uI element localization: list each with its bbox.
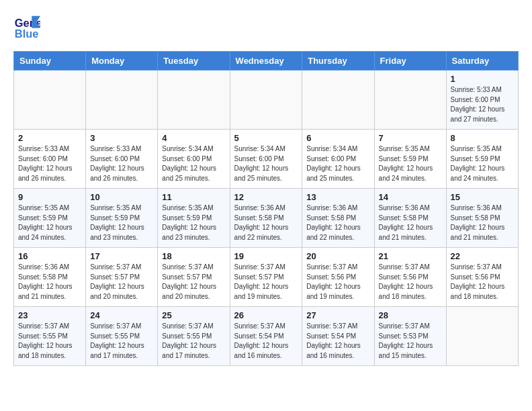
day-number: 14 [379,192,442,202]
day-info: Sunrise: 5:37 AM Sunset: 5:57 PM Dayligh… [90,263,153,302]
day-number: 15 [451,192,514,202]
day-cell: 13Sunrise: 5:36 AM Sunset: 5:58 PM Dayli… [302,189,374,248]
day-cell: 25Sunrise: 5:37 AM Sunset: 5:55 PM Dayli… [158,307,230,366]
day-info: Sunrise: 5:37 AM Sunset: 5:56 PM Dayligh… [451,263,514,302]
day-number: 25 [162,310,225,320]
day-info: Sunrise: 5:35 AM Sunset: 5:59 PM Dayligh… [90,203,153,242]
day-number: 10 [90,192,153,202]
day-info: Sunrise: 5:34 AM Sunset: 6:00 PM Dayligh… [306,144,369,183]
logo: General Blue [13,13,43,40]
day-cell: 26Sunrise: 5:37 AM Sunset: 5:54 PM Dayli… [230,307,302,366]
day-cell [446,307,518,366]
day-info: Sunrise: 5:34 AM Sunset: 6:00 PM Dayligh… [234,144,298,183]
day-cell: 19Sunrise: 5:37 AM Sunset: 5:57 PM Dayli… [230,248,302,307]
week-row-1: 1Sunrise: 5:33 AM Sunset: 6:00 PM Daylig… [14,71,519,130]
week-row-4: 16Sunrise: 5:36 AM Sunset: 5:58 PM Dayli… [14,248,519,307]
day-cell: 16Sunrise: 5:36 AM Sunset: 5:58 PM Dayli… [14,248,86,307]
day-header-saturday: Saturday [446,52,518,71]
day-info: Sunrise: 5:36 AM Sunset: 5:58 PM Dayligh… [306,203,369,242]
day-cell: 3Sunrise: 5:33 AM Sunset: 6:00 PM Daylig… [86,130,158,189]
calendar-body: 1Sunrise: 5:33 AM Sunset: 6:00 PM Daylig… [14,71,519,366]
day-number: 23 [18,310,81,320]
day-header-sunday: Sunday [14,52,86,71]
day-info: Sunrise: 5:36 AM Sunset: 5:58 PM Dayligh… [18,263,81,302]
day-cell: 21Sunrise: 5:37 AM Sunset: 5:56 PM Dayli… [374,248,446,307]
day-cell [230,71,302,130]
day-cell: 5Sunrise: 5:34 AM Sunset: 6:00 PM Daylig… [230,130,302,189]
day-number: 5 [234,133,298,143]
day-cell: 14Sunrise: 5:36 AM Sunset: 5:58 PM Dayli… [374,189,446,248]
day-cell: 27Sunrise: 5:37 AM Sunset: 5:54 PM Dayli… [302,307,374,366]
day-cell [14,71,86,130]
day-cell: 24Sunrise: 5:37 AM Sunset: 5:55 PM Dayli… [86,307,158,366]
day-info: Sunrise: 5:35 AM Sunset: 5:59 PM Dayligh… [379,144,442,183]
day-cell: 2Sunrise: 5:33 AM Sunset: 6:00 PM Daylig… [14,130,86,189]
day-cell: 23Sunrise: 5:37 AM Sunset: 5:55 PM Dayli… [14,307,86,366]
day-cell: 17Sunrise: 5:37 AM Sunset: 5:57 PM Dayli… [86,248,158,307]
day-info: Sunrise: 5:35 AM Sunset: 5:59 PM Dayligh… [18,203,81,242]
day-cell: 11Sunrise: 5:35 AM Sunset: 5:59 PM Dayli… [158,189,230,248]
calendar-table: SundayMondayTuesdayWednesdayThursdayFrid… [13,51,519,366]
day-info: Sunrise: 5:33 AM Sunset: 6:00 PM Dayligh… [18,144,81,183]
day-info: Sunrise: 5:37 AM Sunset: 5:54 PM Dayligh… [306,322,369,361]
day-number: 27 [306,310,369,320]
day-cell: 1Sunrise: 5:33 AM Sunset: 6:00 PM Daylig… [446,71,518,130]
day-number: 11 [162,192,225,202]
day-info: Sunrise: 5:37 AM Sunset: 5:56 PM Dayligh… [306,263,369,302]
day-cell: 18Sunrise: 5:37 AM Sunset: 5:57 PM Dayli… [158,248,230,307]
day-number: 1 [451,74,514,84]
day-info: Sunrise: 5:36 AM Sunset: 5:58 PM Dayligh… [234,203,298,242]
logo-icon: General Blue [13,13,40,40]
day-number: 26 [234,310,298,320]
day-cell: 15Sunrise: 5:36 AM Sunset: 5:58 PM Dayli… [446,189,518,248]
week-row-5: 23Sunrise: 5:37 AM Sunset: 5:55 PM Dayli… [14,307,519,366]
day-cell: 22Sunrise: 5:37 AM Sunset: 5:56 PM Dayli… [446,248,518,307]
day-number: 18 [162,251,225,261]
day-cell: 20Sunrise: 5:37 AM Sunset: 5:56 PM Dayli… [302,248,374,307]
day-header-wednesday: Wednesday [230,52,302,71]
day-number: 13 [306,192,369,202]
day-cell: 7Sunrise: 5:35 AM Sunset: 5:59 PM Daylig… [374,130,446,189]
day-cell: 28Sunrise: 5:37 AM Sunset: 5:53 PM Dayli… [374,307,446,366]
calendar-header-row: SundayMondayTuesdayWednesdayThursdayFrid… [14,52,519,71]
header: General Blue [13,13,519,40]
day-cell [158,71,230,130]
day-info: Sunrise: 5:35 AM Sunset: 5:59 PM Dayligh… [451,144,514,183]
day-cell: 10Sunrise: 5:35 AM Sunset: 5:59 PM Dayli… [86,189,158,248]
day-info: Sunrise: 5:36 AM Sunset: 5:58 PM Dayligh… [451,203,514,242]
week-row-2: 2Sunrise: 5:33 AM Sunset: 6:00 PM Daylig… [14,130,519,189]
day-number: 22 [451,251,514,261]
day-info: Sunrise: 5:33 AM Sunset: 6:00 PM Dayligh… [451,85,514,124]
day-number: 6 [306,133,369,143]
day-info: Sunrise: 5:36 AM Sunset: 5:58 PM Dayligh… [379,203,442,242]
day-header-friday: Friday [374,52,446,71]
day-number: 9 [18,192,81,202]
day-number: 4 [162,133,225,143]
day-info: Sunrise: 5:37 AM Sunset: 5:55 PM Dayligh… [162,322,225,361]
day-number: 2 [18,133,81,143]
day-cell: 9Sunrise: 5:35 AM Sunset: 5:59 PM Daylig… [14,189,86,248]
day-info: Sunrise: 5:35 AM Sunset: 5:59 PM Dayligh… [162,203,225,242]
day-number: 12 [234,192,298,202]
svg-text:Blue: Blue [15,28,38,40]
day-cell: 4Sunrise: 5:34 AM Sunset: 6:00 PM Daylig… [158,130,230,189]
day-number: 24 [90,310,153,320]
day-cell: 8Sunrise: 5:35 AM Sunset: 5:59 PM Daylig… [446,130,518,189]
day-info: Sunrise: 5:37 AM Sunset: 5:57 PM Dayligh… [162,263,225,302]
day-info: Sunrise: 5:37 AM Sunset: 5:55 PM Dayligh… [90,322,153,361]
day-number: 16 [18,251,81,261]
day-header-thursday: Thursday [302,52,374,71]
day-info: Sunrise: 5:34 AM Sunset: 6:00 PM Dayligh… [162,144,225,183]
day-info: Sunrise: 5:37 AM Sunset: 5:53 PM Dayligh… [379,322,442,361]
day-header-tuesday: Tuesday [158,52,230,71]
day-cell [302,71,374,130]
day-info: Sunrise: 5:37 AM Sunset: 5:56 PM Dayligh… [379,263,442,302]
day-number: 28 [379,310,442,320]
day-number: 19 [234,251,298,261]
day-info: Sunrise: 5:37 AM Sunset: 5:54 PM Dayligh… [234,322,298,361]
day-info: Sunrise: 5:37 AM Sunset: 5:55 PM Dayligh… [18,322,81,361]
day-cell: 12Sunrise: 5:36 AM Sunset: 5:58 PM Dayli… [230,189,302,248]
day-info: Sunrise: 5:33 AM Sunset: 6:00 PM Dayligh… [90,144,153,183]
day-number: 21 [379,251,442,261]
day-number: 3 [90,133,153,143]
